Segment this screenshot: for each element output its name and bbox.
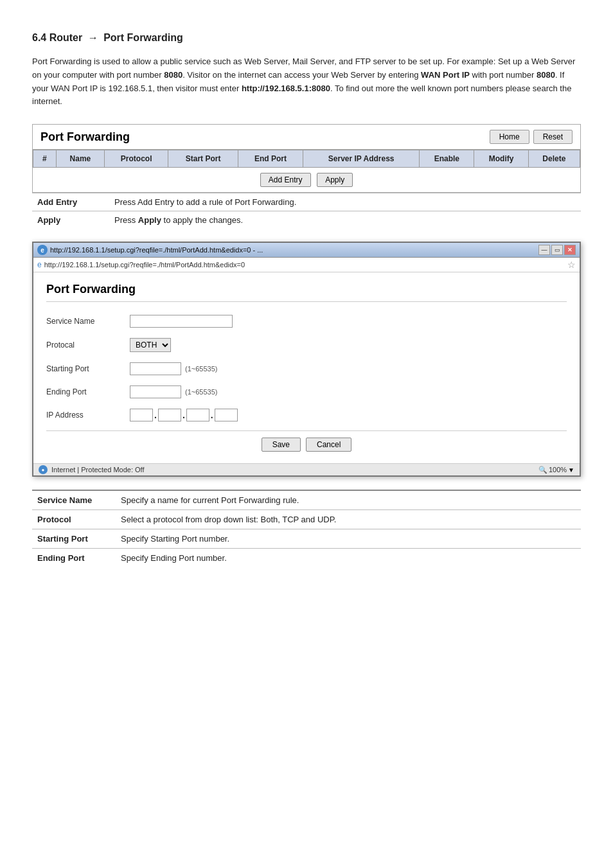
- ip-octet-1[interactable]: [130, 409, 153, 421]
- form-buttons-row: Save Cancel: [46, 438, 567, 452]
- desc-bold3: 8080: [537, 70, 555, 80]
- browser-star-icon: ☆: [567, 260, 576, 270]
- browser-titlebar-text: http://192.168.1.1/setup.cgi?reqfile=./h…: [50, 246, 536, 254]
- bottom-help-def-service-name: Specify a name for current Port Forwardi…: [116, 490, 581, 510]
- apply-button[interactable]: Apply: [317, 173, 353, 187]
- pf-panel-title: Port Forwarding: [40, 130, 130, 144]
- bottom-help-term-ending-port: Ending Port: [32, 549, 116, 568]
- pf-form: Service Name Protocal BOTH TCP UDP Start…: [46, 312, 567, 452]
- browser-window: e http://192.168.1.1/setup.cgi?reqfile=.…: [32, 242, 581, 477]
- ip-octet-2[interactable]: [158, 409, 181, 421]
- desc-bold1: 8080: [164, 70, 182, 80]
- title-arrow: →: [85, 32, 101, 43]
- help-term-add-entry: Add Entry: [32, 193, 109, 211]
- add-entry-button[interactable]: Add Entry: [260, 173, 311, 187]
- minimize-button[interactable]: —: [538, 245, 550, 255]
- description-text: Port Forwarding is used to allow a publi…: [32, 55, 581, 109]
- starting-port-input[interactable]: [130, 362, 181, 375]
- starting-port-label: Starting Port: [46, 364, 130, 373]
- form-row-protocol: Protocal BOTH TCP UDP: [46, 335, 567, 355]
- browser-content: Port Forwarding Service Name Protocal BO…: [33, 272, 580, 463]
- pf-panel-header: Port Forwarding Home Reset: [33, 125, 580, 150]
- zoom-dropdown-button[interactable]: ▼: [568, 466, 574, 474]
- pf-action-cell: Add Entry Apply: [33, 168, 580, 193]
- pf-header-buttons: Home Reset: [490, 130, 573, 144]
- service-name-input[interactable]: [130, 315, 233, 328]
- form-row-service-name: Service Name: [46, 312, 567, 330]
- form-divider: [46, 430, 567, 431]
- desc-bold4: http://192.168.5.1:8080: [242, 84, 330, 93]
- zoom-level: 100%: [549, 466, 567, 474]
- browser-favicon: e: [37, 245, 48, 255]
- zoom-icon: 🔍: [538, 466, 547, 474]
- col-hash: #: [33, 150, 57, 168]
- help-term-apply: Apply: [32, 211, 109, 229]
- desc-mid2: with port number: [470, 70, 537, 80]
- browser-window-controls: — ▭ ✕: [538, 245, 576, 255]
- desc-mid1: . Visitor on the internet can access you…: [182, 70, 421, 80]
- pf-btn-row: Add Entry Apply: [33, 168, 580, 193]
- browser-titlebar: e http://192.168.1.1/setup.cgi?reqfile=.…: [33, 243, 580, 258]
- bottom-help-row-protocol: Protocol Select a protocol from drop dow…: [32, 510, 581, 529]
- browser-statusbar: ● Internet | Protected Mode: Off 🔍 100% …: [33, 463, 580, 475]
- help-def-add-entry: Press Add Entry to add a rule of Port Fo…: [109, 193, 581, 211]
- help-row-apply: Apply Press Apply to apply the changes.: [32, 211, 581, 229]
- col-start-port: Start Port: [168, 150, 238, 168]
- title-suffix: Port Forwarding: [103, 32, 183, 43]
- maximize-button[interactable]: ▭: [551, 245, 563, 255]
- form-row-starting-port: Starting Port (1~65535): [46, 360, 567, 378]
- ip-octet-3[interactable]: [186, 409, 209, 421]
- browser-addressbar: e http://192.168.1.1/setup.cgi?reqfile=.…: [33, 258, 580, 272]
- ip-dot-2: .: [182, 410, 185, 420]
- help-row-add-entry: Add Entry Press Add Entry to add a rule …: [32, 193, 581, 211]
- status-zoom: 🔍 100% ▼: [538, 466, 574, 474]
- service-name-label: Service Name: [46, 317, 130, 326]
- col-server-ip: Server IP Address: [303, 150, 420, 168]
- title-prefix: 6.4 Router: [32, 32, 82, 43]
- save-button[interactable]: Save: [262, 438, 301, 452]
- home-button[interactable]: Home: [490, 130, 529, 144]
- bottom-help-term-service-name: Service Name: [32, 490, 116, 510]
- table-header-row: # Name Protocol Start Port End Port Serv…: [33, 150, 580, 168]
- ip-dot-1: .: [154, 410, 157, 420]
- ip-address-label: IP Address: [46, 411, 130, 420]
- col-enable: Enable: [420, 150, 474, 168]
- pf-table: # Name Protocol Start Port End Port Serv…: [33, 150, 580, 192]
- status-icon: ●: [39, 465, 48, 474]
- bottom-help-def-protocol: Select a protocol from drop down list: B…: [116, 510, 581, 529]
- ending-port-input[interactable]: [130, 385, 181, 398]
- page-title: 6.4 Router → Port Forwarding: [32, 32, 581, 44]
- status-text: Internet | Protected Mode: Off: [51, 466, 535, 474]
- reset-button[interactable]: Reset: [533, 130, 573, 144]
- form-row-ip-address: IP Address . . .: [46, 406, 567, 424]
- bottom-help-row-starting-port: Starting Port Specify Starting Port numb…: [32, 529, 581, 549]
- form-row-ending-port: Ending Port (1~65535): [46, 383, 567, 401]
- col-delete: Delete: [528, 150, 580, 168]
- ending-port-hint: (1~65535): [185, 388, 217, 396]
- bottom-help-term-starting-port: Starting Port: [32, 529, 116, 549]
- col-modify: Modify: [474, 150, 528, 168]
- protocol-label: Protocal: [46, 341, 130, 350]
- ip-octet-4[interactable]: [215, 409, 238, 421]
- bottom-help-term-protocol: Protocol: [32, 510, 116, 529]
- browser-address-text[interactable]: http://192.168.1.1/setup.cgi?reqfile=./h…: [44, 261, 565, 269]
- col-protocol: Protocol: [104, 150, 168, 168]
- close-button[interactable]: ✕: [564, 245, 576, 255]
- cancel-button[interactable]: Cancel: [306, 438, 351, 452]
- pf-panel: Port Forwarding Home Reset # Name Protoc…: [32, 124, 581, 193]
- col-name: Name: [56, 150, 104, 168]
- panel-help-table: Add Entry Press Add Entry to add a rule …: [32, 193, 581, 229]
- bottom-help-row-ending-port: Ending Port Specify Ending Port number.: [32, 549, 581, 568]
- desc-bold2: WAN Port IP: [421, 70, 470, 80]
- starting-port-hint: (1~65535): [185, 365, 217, 373]
- help-def-apply: Press Apply to apply the changes.: [109, 211, 581, 229]
- ip-dot-3: .: [211, 410, 213, 420]
- ending-port-label: Ending Port: [46, 387, 130, 396]
- browser-addr-icon: e: [37, 260, 42, 269]
- protocol-select[interactable]: BOTH TCP UDP: [130, 338, 171, 352]
- col-end-port: End Port: [238, 150, 303, 168]
- bottom-help-def-starting-port: Specify Starting Port number.: [116, 529, 581, 549]
- bottom-help-row-service-name: Service Name Specify a name for current …: [32, 490, 581, 510]
- ip-input-group: . . .: [130, 409, 238, 421]
- browser-pf-title: Port Forwarding: [46, 283, 567, 302]
